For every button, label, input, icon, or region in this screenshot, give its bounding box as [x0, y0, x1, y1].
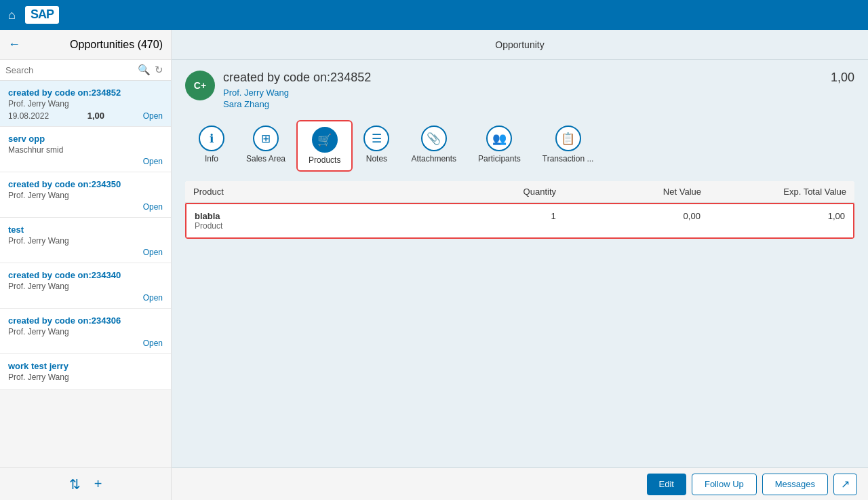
- row-exp: 1,00: [701, 211, 845, 231]
- row-product: blabla Product: [195, 211, 412, 231]
- search-input[interactable]: [5, 65, 136, 75]
- back-button[interactable]: ←: [8, 37, 20, 52]
- tab-label-info: Info: [205, 154, 218, 164]
- list-items: created by code on:234852Prof. Jerry Wan…: [0, 81, 171, 467]
- sort-icon[interactable]: ⇅: [69, 476, 81, 493]
- list-title: Opportunities (470): [70, 39, 163, 51]
- row-qty: 1: [412, 211, 556, 231]
- list-item[interactable]: serv oppMaschhur smidOpen: [0, 127, 171, 172]
- add-button[interactable]: +: [94, 476, 102, 492]
- tab-info[interactable]: ℹ Info: [188, 120, 235, 172]
- detail-link-2[interactable]: Sara Zhang: [223, 99, 831, 109]
- item-sub: Prof. Jerry Wang: [8, 282, 163, 291]
- layout: ← Opportunities (470) 🔍 ↻ created by cod…: [0, 30, 868, 500]
- follow-up-button[interactable]: Follow Up: [692, 474, 757, 495]
- item-status: Open: [143, 202, 163, 212]
- list-item[interactable]: testProf. Jerry WangOpen: [0, 218, 171, 263]
- tab-label-sales-area: Sales Area: [246, 154, 285, 164]
- detail-area: C+ created by code on:234852 Prof. Jerry…: [172, 60, 868, 467]
- item-sub: Prof. Jerry Wang: [8, 191, 163, 200]
- home-icon[interactable]: ⌂: [8, 8, 16, 22]
- item-status: Open: [143, 157, 163, 166]
- action-bar: Edit Follow Up Messages ↗: [172, 467, 868, 500]
- detail-value: 1,00: [831, 71, 854, 85]
- tab-icon-participants: 👥: [486, 126, 512, 151]
- item-sub: Prof. Jerry Wang: [8, 236, 163, 246]
- detail-card-header: C+ created by code on:234852 Prof. Jerry…: [185, 71, 854, 111]
- tab-participants[interactable]: 👥 Participants: [467, 120, 532, 172]
- tab-bar: ℹ Info ⊞ Sales Area 🛒 Products ☰ Notes 📎…: [185, 120, 854, 172]
- item-status: Open: [143, 339, 163, 348]
- item-sub: Prof. Jerry Wang: [8, 327, 163, 336]
- item-sub: Prof. Jerry Wang: [8, 372, 163, 382]
- col-product-header: Product: [193, 187, 411, 197]
- tab-sales-area[interactable]: ⊞ Sales Area: [235, 120, 296, 172]
- list-item[interactable]: work test jerryProf. Jerry Wang: [0, 354, 171, 390]
- tab-attachments[interactable]: 📎 Attachments: [400, 120, 467, 172]
- col-net-header: Net Value: [556, 187, 701, 197]
- list-footer: ⇅ +: [0, 467, 171, 500]
- item-title: created by code on:234340: [8, 270, 163, 280]
- item-title: created by code on:234350: [8, 179, 163, 189]
- tab-icon-sales-area: ⊞: [253, 126, 279, 151]
- messages-button[interactable]: Messages: [762, 474, 828, 495]
- item-status: Open: [143, 111, 163, 121]
- detail-link-1[interactable]: Prof. Jerry Wang: [223, 88, 831, 98]
- sap-logo: SAP: [25, 6, 59, 24]
- share-button[interactable]: ↗: [833, 474, 857, 495]
- item-title: created by code on:234306: [8, 315, 163, 326]
- item-footer: Open: [8, 248, 163, 257]
- item-sub: Prof. Jerry Wang: [8, 99, 163, 109]
- tab-icon-transaction: 📋: [555, 126, 581, 151]
- detail-title: created by code on:234852: [223, 71, 831, 85]
- tab-icon-info: ℹ: [199, 126, 224, 151]
- list-item[interactable]: created by code on:234350Prof. Jerry Wan…: [0, 172, 171, 218]
- tab-icon-attachments: 📎: [421, 126, 447, 151]
- tab-transaction[interactable]: 📋 Transaction ...: [532, 120, 605, 172]
- item-status: Open: [143, 248, 163, 257]
- list-item[interactable]: created by code on:234340Prof. Jerry Wan…: [0, 263, 171, 309]
- tab-label-notes: Notes: [366, 154, 387, 164]
- table-row[interactable]: blabla Product 1 0,00 1,00: [185, 203, 854, 239]
- table-rows: blabla Product 1 0,00 1,00: [185, 203, 854, 239]
- item-footer: Open: [8, 157, 163, 166]
- tab-icon-notes: ☰: [363, 126, 389, 151]
- item-title: test: [8, 225, 163, 235]
- main-title: Opportunity: [495, 39, 544, 50]
- list-header: ← Opportunities (470): [0, 30, 171, 60]
- tab-label-attachments: Attachments: [411, 154, 456, 164]
- product-type: Product: [195, 221, 412, 231]
- list-panel: ← Opportunities (470) 🔍 ↻ created by cod…: [0, 30, 172, 500]
- refresh-icon[interactable]: ↻: [153, 64, 165, 76]
- detail-title-section: created by code on:234852 Prof. Jerry Wa…: [223, 71, 831, 111]
- item-status: Open: [143, 293, 163, 303]
- product-name: blabla: [195, 211, 412, 221]
- list-item[interactable]: created by code on:234852Prof. Jerry Wan…: [0, 81, 171, 127]
- search-icon[interactable]: 🔍: [136, 64, 153, 76]
- edit-button[interactable]: Edit: [647, 474, 686, 495]
- table-header: Product Quantity Net Value Exp. Total Va…: [185, 181, 854, 203]
- item-value: 1,00: [87, 111, 104, 121]
- list-item[interactable]: created by code on:234306Prof. Jerry Wan…: [0, 309, 171, 354]
- item-footer: Open: [8, 293, 163, 303]
- tab-products[interactable]: 🛒 Products: [296, 120, 353, 172]
- tab-label-products: Products: [309, 155, 340, 165]
- item-sub: Maschhur smid: [8, 145, 163, 155]
- item-footer: Open: [8, 339, 163, 348]
- item-footer: Open: [8, 202, 163, 212]
- col-exp-header: Exp. Total Value: [701, 187, 846, 197]
- item-date: 19.08.2022: [8, 111, 49, 121]
- item-footer: 19.08.20221,00Open: [8, 111, 163, 121]
- col-qty-header: Quantity: [411, 187, 556, 197]
- row-net: 0,00: [556, 211, 701, 231]
- tab-notes[interactable]: ☰ Notes: [353, 120, 400, 172]
- tab-icon-products: 🛒: [312, 127, 338, 153]
- main-header: Opportunity: [172, 30, 868, 60]
- search-bar: 🔍 ↻: [0, 60, 171, 81]
- item-title: serv opp: [8, 134, 163, 144]
- item-title: work test jerry: [8, 361, 163, 371]
- products-table: Product Quantity Net Value Exp. Total Va…: [185, 181, 854, 239]
- tab-label-transaction: Transaction ...: [542, 154, 594, 164]
- topbar: ⌂ SAP: [0, 0, 868, 30]
- tab-label-participants: Participants: [478, 154, 521, 164]
